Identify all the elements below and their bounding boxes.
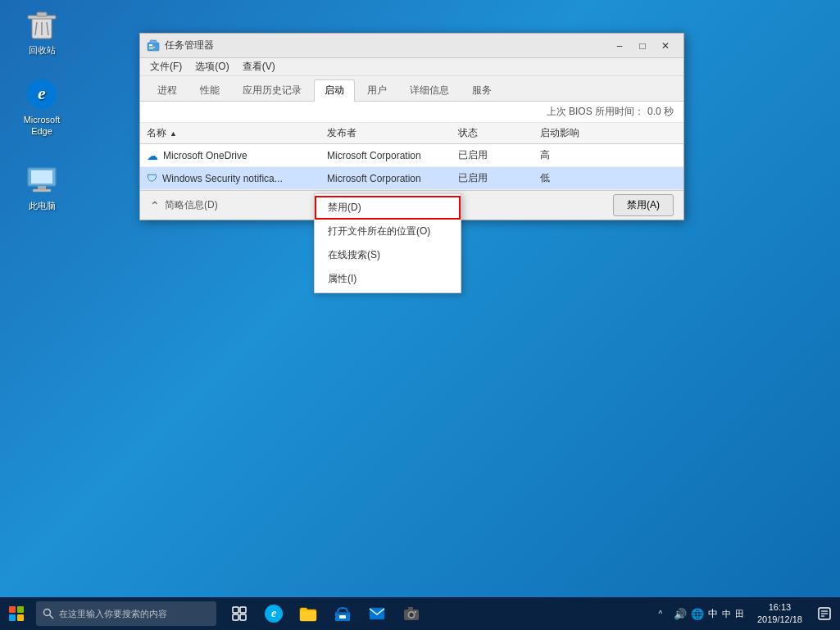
desktop-icon-computer[interactable]: 此电脑 [12,164,71,211]
svg-rect-13 [149,44,152,46]
volume-icon[interactable]: 🔊 [674,608,687,620]
context-menu: 禁用(D) 打开文件所在的位置(O) 在线搜索(S) 属性(I) [314,193,461,293]
col-status-header[interactable]: 状态 [458,126,540,140]
taskmanager-icon [147,39,160,52]
app-name-security: 🛡 Windows Security notifica... [147,172,327,184]
edge-icon: e [265,605,283,623]
table-row[interactable]: 🛡 Windows Security notifica... Microsoft… [140,167,683,190]
svg-rect-31 [415,611,416,613]
maximize-button[interactable]: □ [631,37,654,55]
context-menu-item-disable[interactable]: 禁用(D) [315,196,461,220]
taskbar: 在这里输入你要搜索的内容 e [0,597,840,630]
sort-arrow: ▲ [170,129,177,138]
tab-startup[interactable]: 启动 [314,79,355,102]
desktop-icon-edge[interactable]: e Microsoft Edge [12,78,71,138]
menubar: 文件(F) 选项(O) 查看(V) [140,58,683,76]
action-center-button[interactable] [812,597,837,630]
task-manager-window: 任务管理器 – □ ✕ 文件(F) 选项(O) 查看(V) 进程 性能 应用历史… [139,33,684,220]
menu-options[interactable]: 选项(O) [188,58,235,75]
col-impact-header[interactable]: 启动影响 [540,126,638,140]
start-button[interactable] [0,597,33,630]
notification-arrow-button[interactable]: ^ [654,597,667,630]
content-area: 上次 BIOS 所用时间： 0.0 秒 名称 ▲ 发布者 状态 启动影响 ☁ M… [140,102,683,190]
window-title: 任务管理器 [165,39,608,52]
clock-time: 16:13 [769,601,792,614]
svg-rect-20 [240,607,246,613]
svg-point-29 [410,613,414,617]
tab-services[interactable]: 服务 [461,79,502,101]
taskbar-search[interactable]: 在这里输入你要搜索的内容 [36,601,216,626]
svg-point-17 [44,610,51,616]
impact-onedrive: 高 [540,148,638,162]
task-view-button[interactable] [223,597,256,630]
impact-security: 低 [540,171,638,185]
mail-button[interactable] [361,597,393,630]
shield-icon: 🛡 [147,172,157,184]
tab-process[interactable]: 进程 [147,79,188,101]
task-view-icon [232,606,247,621]
tab-details[interactable]: 详细信息 [399,79,460,101]
windows-logo-icon [9,606,24,621]
context-menu-item-open-location[interactable]: 打开文件所在的位置(O) [315,220,461,243]
svg-line-18 [50,615,54,619]
app-name-onedrive: ☁ Microsoft OneDrive [147,149,327,162]
store-icon [334,605,351,622]
cloud-icon: ☁ [147,149,158,162]
svg-rect-10 [38,186,46,189]
svg-rect-21 [233,614,238,620]
taskbar-right: ^ 🔊 🌐 中 中 田 16:13 2019/12/18 [654,597,840,630]
close-button[interactable]: ✕ [654,37,677,55]
window-controls: – □ ✕ [608,37,677,55]
input-indicator[interactable]: 中 [708,607,718,621]
svg-rect-14 [149,47,155,48]
svg-rect-25 [339,615,346,619]
context-menu-item-properties[interactable]: 属性(I) [315,267,461,291]
context-menu-item-search-online[interactable]: 在线搜索(S) [315,243,461,267]
svg-rect-22 [240,614,246,620]
col-name-header[interactable]: 名称 ▲ [147,126,327,140]
taskbar-clock[interactable]: 16:13 2019/12/18 [751,597,809,630]
camera-icon [403,605,420,622]
summary-toggle[interactable]: ⌃ 简略信息(D) [150,198,218,212]
system-tray: 🔊 🌐 中 中 田 [670,607,747,621]
svg-rect-9 [31,170,52,184]
keyboard-layout-icon[interactable]: 田 [735,608,744,620]
ime-icon[interactable]: 中 [722,608,731,620]
window-titlebar: 任务管理器 – □ ✕ [140,34,683,58]
table-header: 名称 ▲ 发布者 状态 启动影响 [140,123,683,144]
tabs: 进程 性能 应用历史记录 启动 用户 详细信息 服务 [140,76,683,102]
clock-date: 2019/12/18 [757,614,802,626]
table-row[interactable]: ☁ Microsoft OneDrive Microsoft Corporati… [140,144,683,167]
svg-rect-24 [337,612,348,614]
tab-users[interactable]: 用户 [356,79,397,101]
col-publisher-header[interactable]: 发布者 [327,126,458,140]
menu-file[interactable]: 文件(F) [143,58,188,75]
tab-performance[interactable]: 性能 [189,79,230,101]
file-explorer-button[interactable] [292,597,325,630]
edge-taskbar-button[interactable]: e [257,597,290,630]
chevron-up-icon: ⌃ [150,199,160,212]
action-center-icon [818,607,831,620]
disable-button[interactable]: 禁用(A) [613,194,674,216]
svg-rect-30 [408,607,413,610]
svg-rect-26 [370,608,384,619]
bios-value: 0.0 秒 [647,105,674,119]
svg-rect-2 [37,12,47,16]
svg-text:e: e [38,83,46,103]
status-onedrive: 已启用 [458,148,540,162]
svg-rect-15 [149,48,153,49]
tab-app-history[interactable]: 应用历史记录 [232,79,312,101]
search-icon [43,608,54,619]
chevron-up-icon: ^ [659,610,663,619]
photos-button[interactable] [395,597,428,630]
network-icon[interactable]: 🌐 [691,608,704,620]
svg-rect-16 [150,40,157,43]
minimize-button[interactable]: – [608,37,631,55]
bios-bar: 上次 BIOS 所用时间： 0.0 秒 [140,102,683,123]
store-button[interactable] [326,597,359,630]
svg-rect-11 [33,189,51,192]
status-security: 已启用 [458,171,540,185]
search-placeholder: 在这里输入你要搜索的内容 [59,608,167,620]
menu-view[interactable]: 查看(V) [236,58,282,75]
desktop-icon-recycle-bin[interactable]: 回收站 [12,8,71,56]
